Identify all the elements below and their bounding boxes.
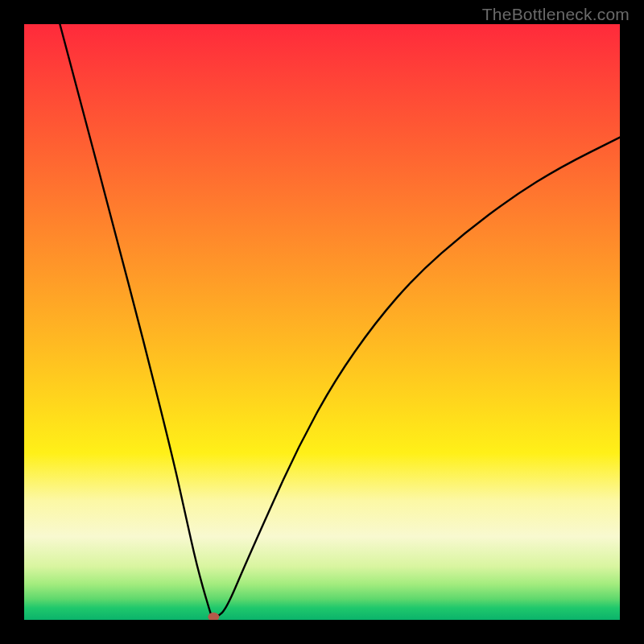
bottleneck-curve — [60, 24, 620, 617]
plot-area — [24, 24, 620, 620]
attribution-label: TheBottleneck.com — [482, 5, 630, 24]
minimum-marker — [208, 613, 219, 620]
curve-svg — [24, 24, 620, 620]
chart-container: TheBottleneck.com — [0, 0, 644, 644]
